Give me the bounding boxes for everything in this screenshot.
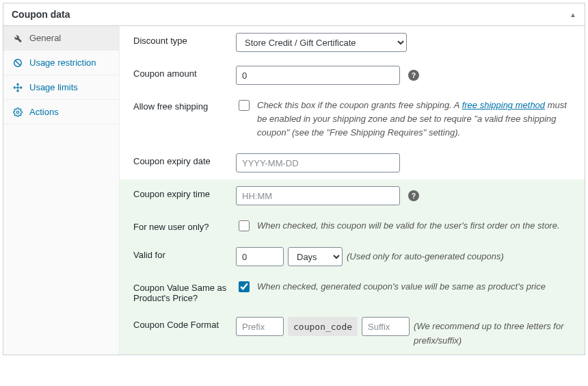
sidebar-item-usage-restriction[interactable]: Usage restriction [3,51,119,75]
svg-line-1 [15,60,21,66]
collapse-toggle-icon[interactable]: ▲ [570,11,576,18]
code-format-note: (We recommend up to three letters for pr… [414,317,571,347]
row-new-user: For new user only? When checked, this co… [120,212,585,240]
row-coupon-amount: Coupon amount ? [120,59,585,92]
valid-for-input[interactable] [236,247,284,266]
label-free-shipping: Allow free shipping [133,99,236,112]
help-icon[interactable]: ? [408,190,419,201]
new-user-desc: When checked, this coupon will be valid … [257,219,560,233]
new-user-checkbox[interactable] [239,220,250,231]
sidebar-item-label: Actions [29,107,59,117]
coupon-amount-input[interactable] [236,66,400,85]
coupon-data-panel: Coupon data ▲ General Usage restriction [3,3,585,355]
panel-header[interactable]: Coupon data ▲ [3,3,585,26]
label-valid-for: Valid for [133,247,236,260]
label-same-as-price: Coupon Value Same as Product's Price? [133,280,236,303]
help-icon[interactable]: ? [408,70,419,81]
same-as-price-checkbox[interactable] [239,281,250,292]
row-same-as-price: Coupon Value Same as Product's Price? Wh… [120,273,585,310]
panel-body: General Usage restriction Usage limits [3,26,585,355]
free-shipping-link[interactable]: free shipping method [462,100,545,110]
expiry-date-input[interactable] [236,153,400,172]
row-expiry-time: Coupon expiry time ? [120,179,585,212]
label-code-format: Coupon Code Format [133,317,236,330]
free-shipping-checkbox[interactable] [239,100,250,111]
prefix-input[interactable] [236,317,284,336]
free-shipping-desc: Check this box if the coupon grants free… [257,99,571,140]
expiry-time-input[interactable] [236,186,400,205]
ban-icon [12,58,24,68]
move-icon [12,83,24,92]
coupon-code-chip: coupon_code [288,317,358,336]
content-area: Discount type Store Credit / Gift Certif… [120,26,585,355]
sidebar-item-usage-limits[interactable]: Usage limits [3,75,119,100]
valid-for-note: (Used only for auto-generated coupons) [347,247,571,263]
row-discount-type: Discount type Store Credit / Gift Certif… [120,26,585,59]
label-coupon-amount: Coupon amount [133,66,236,79]
row-expiry-date: Coupon expiry date [120,146,585,179]
label-new-user: For new user only? [133,219,236,232]
row-free-shipping: Allow free shipping Check this box if th… [120,92,585,146]
panel-title: Coupon data [12,9,70,20]
sidebar-item-label: Usage restriction [29,57,96,68]
gear-icon [12,107,24,117]
label-expiry-date: Coupon expiry date [133,153,236,166]
label-discount-type: Discount type [133,33,236,46]
sidebar: General Usage restriction Usage limits [3,26,120,355]
row-code-format: Coupon Code Format coupon_code (We recom… [120,310,585,354]
same-as-price-desc: When checked, generated coupon's value w… [257,280,546,294]
suffix-input[interactable] [362,317,410,336]
label-expiry-time: Coupon expiry time [133,186,236,199]
row-valid-for: Valid for Days (Used only for auto-gener… [120,240,585,273]
sidebar-item-general[interactable]: General [3,26,119,51]
sidebar-item-actions[interactable]: Actions [3,100,119,125]
sidebar-item-label: General [29,33,61,43]
wrench-icon [12,34,24,43]
sidebar-item-label: Usage limits [29,82,78,92]
discount-type-select[interactable]: Store Credit / Gift Certificate [236,33,407,52]
valid-for-unit-select[interactable]: Days [288,247,343,266]
svg-point-4 [16,111,19,114]
